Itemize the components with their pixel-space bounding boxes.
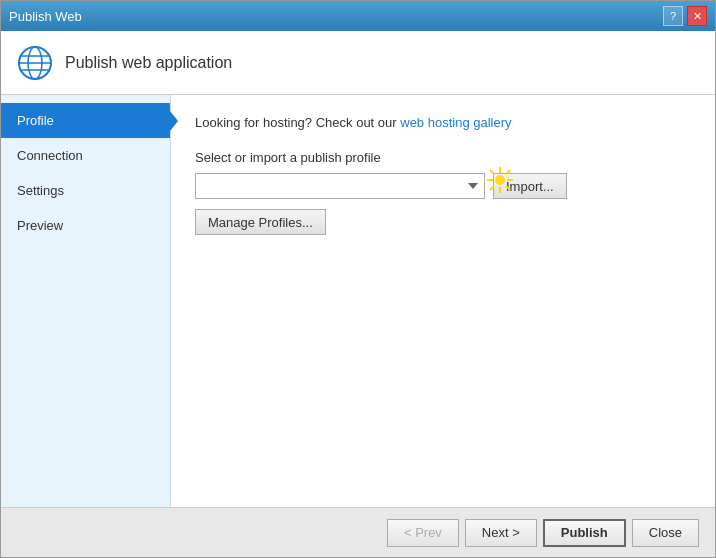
window-close-button[interactable]: ✕ bbox=[687, 6, 707, 26]
publish-button[interactable]: Publish bbox=[543, 519, 626, 547]
next-button[interactable]: Next > bbox=[465, 519, 537, 547]
sidebar-item-connection-label: Connection bbox=[17, 148, 83, 163]
sidebar-item-settings[interactable]: Settings bbox=[1, 173, 170, 208]
profile-select[interactable] bbox=[195, 173, 485, 199]
select-label: Select or import a publish profile bbox=[195, 150, 691, 165]
publish-web-window: Publish Web ? ✕ Publish web application … bbox=[0, 0, 716, 558]
header-section: Publish web application bbox=[1, 31, 715, 95]
hosting-gallery-link[interactable]: web hosting gallery bbox=[400, 115, 511, 130]
content-area: Profile Connection Settings Preview Look… bbox=[1, 95, 715, 507]
sidebar-item-preview-label: Preview bbox=[17, 218, 63, 233]
prev-button[interactable]: < Prev bbox=[387, 519, 459, 547]
help-button[interactable]: ? bbox=[663, 6, 683, 26]
title-bar-controls: ? ✕ bbox=[663, 6, 707, 26]
header-title: Publish web application bbox=[65, 54, 232, 72]
sidebar-item-settings-label: Settings bbox=[17, 183, 64, 198]
import-button[interactable]: Import... bbox=[493, 173, 567, 199]
title-bar: Publish Web ? ✕ bbox=[1, 1, 715, 31]
close-button[interactable]: Close bbox=[632, 519, 699, 547]
sidebar-item-preview[interactable]: Preview bbox=[1, 208, 170, 243]
footer: < Prev Next > Publish Close bbox=[1, 507, 715, 557]
profile-row: Import... bbox=[195, 173, 691, 199]
hosting-text: Looking for hosting? Check out our web h… bbox=[195, 115, 691, 130]
globe-icon bbox=[17, 45, 53, 81]
manage-profiles-button[interactable]: Manage Profiles... bbox=[195, 209, 326, 235]
main-panel: Looking for hosting? Check out our web h… bbox=[171, 95, 715, 507]
sidebar-item-profile-label: Profile bbox=[17, 113, 54, 128]
sidebar: Profile Connection Settings Preview bbox=[1, 95, 171, 507]
window-title: Publish Web bbox=[9, 9, 82, 24]
sidebar-item-connection[interactable]: Connection bbox=[1, 138, 170, 173]
sidebar-item-profile[interactable]: Profile bbox=[1, 103, 170, 138]
import-btn-container: Import... bbox=[493, 173, 567, 199]
